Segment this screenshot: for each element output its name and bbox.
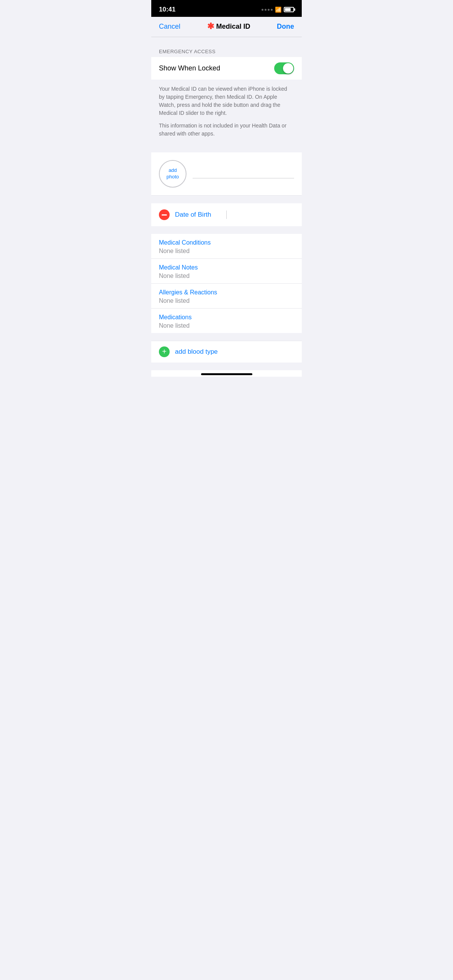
status-bar: 10:41 📶 [151,0,302,17]
emergency-description: Your Medical ID can be viewed when iPhon… [151,80,302,145]
name-input[interactable] [193,170,294,178]
date-of-birth-label[interactable]: Date of Birth [175,211,221,219]
toggle-label: Show When Locked [159,64,220,72]
field-divider [226,211,227,219]
add-blood-type-plus-button: + [159,346,170,357]
done-button[interactable]: Done [277,23,294,31]
wifi-icon: 📶 [275,7,281,13]
show-when-locked-toggle[interactable] [274,62,294,74]
toggle-knob [283,63,293,74]
add-blood-type-row[interactable]: + add blood type [151,341,302,363]
allergies-reactions-value: None listed [159,297,294,304]
date-of-birth-row: Date of Birth [151,203,302,226]
add-photo-button[interactable]: addphoto [159,160,186,188]
date-of-birth-section: Date of Birth [151,203,302,226]
status-time: 10:41 [159,6,175,13]
section-header-text: EMERGENCY ACCESS [159,49,216,54]
minus-icon [162,214,167,216]
home-bar [201,373,252,375]
medications-value: None listed [159,322,294,329]
nav-title: ✱ Medical ID [207,21,250,31]
add-photo-text: addphoto [167,167,179,180]
status-icons: 📶 [262,7,294,13]
emergency-access-header: EMERGENCY ACCESS [151,45,302,57]
nav-title-text: Medical ID [216,23,250,31]
home-indicator [151,370,302,377]
medications-row[interactable]: Medications None listed [151,309,302,333]
medical-conditions-row[interactable]: Medical Conditions None listed [151,234,302,259]
medical-info-section: Medical Conditions None listed Medical N… [151,234,302,333]
toggle-row: Show When Locked [151,57,302,80]
medical-notes-row[interactable]: Medical Notes None listed [151,259,302,284]
add-blood-type-label: add blood type [175,348,218,356]
medications-label: Medications [159,314,294,321]
allergies-reactions-row[interactable]: Allergies & Reactions None listed [151,284,302,309]
profile-section: addphoto [151,152,302,196]
medical-notes-label: Medical Notes [159,264,294,271]
battery-icon [284,7,294,12]
plus-icon: + [162,348,167,355]
allergies-reactions-label: Allergies & Reactions [159,289,294,296]
medical-notes-value: None listed [159,273,294,279]
description-paragraph-2: This information is not included in your… [159,122,294,138]
date-of-birth-remove-button[interactable] [159,209,170,220]
medical-conditions-value: None listed [159,248,294,255]
cancel-button[interactable]: Cancel [159,23,180,31]
bottom-spacer [151,363,302,370]
medical-conditions-label: Medical Conditions [159,239,294,246]
description-paragraph-1: Your Medical ID can be viewed when iPhon… [159,85,294,117]
medical-star-icon: ✱ [207,21,214,31]
nav-bar: Cancel ✱ Medical ID Done [151,17,302,37]
description-text: Your Medical ID can be viewed when iPhon… [159,85,294,138]
show-when-locked-card: Show When Locked [151,57,302,80]
section-spacer-1 [151,37,302,45]
signal-icon [262,9,273,11]
